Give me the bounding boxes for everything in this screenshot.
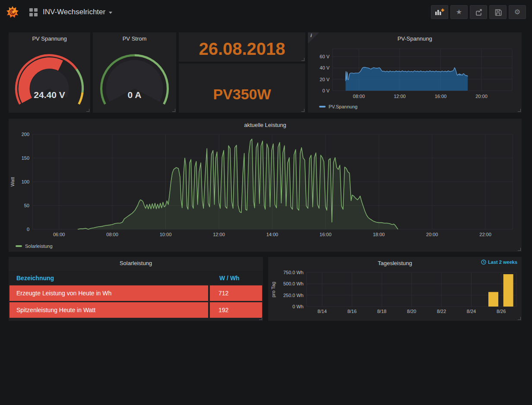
table-row: Erzeugte Leistung von Heute in Wh 712 (9, 285, 263, 301)
save-icon (494, 8, 502, 16)
svg-text:12:00: 12:00 (213, 232, 225, 237)
panel-resize-handle[interactable] (301, 109, 304, 112)
panel-resize-handle[interactable] (518, 248, 521, 251)
panel-pv-strom-gauge: PV Strom 0 A (93, 32, 176, 113)
svg-text:500.0 Wh: 500.0 Wh (283, 281, 304, 286)
svg-text:12:00: 12:00 (394, 94, 406, 99)
svg-text:16:00: 16:00 (435, 94, 447, 99)
add-panel-button[interactable] (431, 5, 448, 19)
grafana-logo[interactable] (6, 6, 19, 19)
add-panel-icon (435, 8, 444, 16)
svg-text:22:00: 22:00 (479, 232, 491, 237)
svg-text:20 V: 20 V (320, 77, 329, 82)
svg-text:60 V: 60 V (320, 54, 329, 59)
svg-text:0 V: 0 V (322, 88, 329, 93)
dashboard-title-dropdown[interactable]: INV-Wechselrichter (43, 8, 112, 16)
dashboards-icon[interactable] (29, 8, 38, 16)
svg-text:0: 0 (27, 227, 29, 232)
svg-text:8/18: 8/18 (377, 309, 386, 314)
svg-text:14:00: 14:00 (266, 232, 279, 237)
panel-resize-handle[interactable] (518, 317, 521, 320)
panel-tagesleistung-graph: Tagesleistung Last 2 weeks 0 Wh250.0 Wh5… (268, 257, 522, 321)
svg-text:8/24: 8/24 (467, 309, 476, 314)
svg-text:200: 200 (22, 132, 29, 137)
panel-title[interactable]: Solarleistung (9, 257, 263, 270)
svg-text:10:00: 10:00 (160, 232, 172, 237)
svg-text:18:00: 18:00 (373, 232, 385, 237)
svg-text:8/20: 8/20 (407, 309, 416, 314)
panel-resize-handle[interactable] (301, 58, 304, 61)
star-icon: ★ (456, 9, 462, 16)
panel-date-text: 26.08.2018 (179, 32, 305, 62)
navbar-actions: ★ ⚙ (429, 5, 526, 19)
save-button[interactable] (489, 5, 507, 19)
navbar: INV-Wechselrichter ★ (0, 0, 532, 24)
dashboard-title: INV-Wechselrichter (43, 8, 105, 16)
legend-swatch (16, 245, 22, 247)
panel-resize-handle[interactable] (86, 109, 89, 112)
pv-spannung-chart[interactable]: 0 V20 V40 V60 V08:0012:0016:0020:00 (308, 44, 522, 101)
svg-text:08:00: 08:00 (106, 232, 118, 237)
panel-resize-handle[interactable] (259, 317, 262, 320)
legend-swatch (319, 106, 326, 108)
panel-pv-spannung-graph: i PV-Spannung 0 V20 V40 V60 V08:0012:001… (308, 32, 522, 113)
svg-text:0 Wh: 0 Wh (292, 304, 304, 309)
star-button[interactable]: ★ (450, 5, 468, 19)
time-range-label: Last 2 weeks (488, 259, 517, 265)
table-cell-label: Erzeugte Leistung von Heute in Wh (10, 285, 208, 301)
gear-icon: ⚙ (514, 9, 520, 16)
date-text: 26.08.2018 (179, 32, 305, 59)
svg-text:40 V: 40 V (320, 65, 329, 70)
svg-text:0 A: 0 A (128, 90, 142, 100)
share-icon (474, 8, 483, 16)
column-header-bezeichnung[interactable]: Bezeichnung (16, 272, 54, 284)
svg-text:50: 50 (24, 203, 29, 208)
svg-text:06:00: 06:00 (53, 232, 65, 237)
svg-text:08:00: 08:00 (353, 94, 365, 99)
legend-item-solarleistung[interactable]: Solarleistung (16, 244, 53, 249)
svg-text:8/14: 8/14 (317, 309, 326, 314)
panel-solarleistung-table: Solarleistung Bezeichnung W / Wh Erzeugt… (9, 257, 263, 321)
model-text: PV350W (179, 63, 305, 103)
chevron-down-icon (109, 12, 112, 14)
panel-model-text: PV350W (179, 63, 305, 113)
svg-text:16:00: 16:00 (320, 232, 332, 237)
table-cell-label: Spitzenleistung Heute in Watt (10, 302, 208, 318)
panel-resize-handle[interactable] (172, 109, 175, 112)
table-cell-value: 712 (210, 285, 262, 301)
svg-text:8/22: 8/22 (437, 309, 446, 314)
panel-aktuelle-leistung-graph: aktuelle Leistung 05010015020006:0008:00… (9, 119, 522, 252)
svg-text:8/26: 8/26 (497, 309, 506, 314)
svg-text:24.40 V: 24.40 V (34, 90, 65, 100)
column-header-w-wh[interactable]: W / Wh (219, 272, 240, 284)
time-range-picker[interactable]: Last 2 weeks (481, 259, 517, 265)
table-header-row: Bezeichnung W / Wh (9, 272, 263, 284)
svg-text:250.0 Wh: 250.0 Wh (283, 293, 304, 298)
legend-item-pv-spannung[interactable]: PV.Spannung (319, 104, 358, 109)
settings-button[interactable]: ⚙ (509, 5, 526, 19)
svg-text:20:00: 20:00 (426, 232, 438, 237)
table-cell-value: 192 (210, 302, 262, 318)
svg-text:20:00: 20:00 (475, 94, 488, 99)
legend-label: PV.Spannung (329, 104, 358, 109)
pv-spannung-gauge[interactable]: 24.40 V (9, 32, 90, 113)
svg-text:pro Tag: pro Tag (271, 282, 276, 297)
table-row: Spitzenleistung Heute in Watt 192 (9, 302, 263, 318)
svg-text:100: 100 (22, 179, 29, 184)
pv-strom-gauge[interactable]: 0 A (93, 32, 176, 113)
panel-pv-spannung-gauge: PV Spannung 24.40 V (9, 32, 90, 113)
clock-icon (481, 259, 486, 265)
share-button[interactable] (470, 5, 487, 19)
tagesleistung-chart[interactable]: 0 Wh250.0 Wh500.0 Wh750.0 Wh8/148/168/18… (268, 267, 522, 318)
svg-text:8/16: 8/16 (347, 309, 356, 314)
svg-text:150: 150 (22, 155, 29, 161)
legend-label: Solarleistung (25, 244, 53, 249)
svg-text:Watt: Watt (10, 177, 15, 187)
svg-text:750.0 Wh: 750.0 Wh (283, 270, 304, 275)
panel-title[interactable]: PV-Spannung (308, 32, 522, 44)
panel-title[interactable]: aktuelle Leistung (9, 119, 522, 130)
aktuelle-leistung-chart[interactable]: 05010015020006:0008:0010:0012:0014:0016:… (9, 130, 522, 241)
grafana-dashboard: INV-Wechselrichter ★ (0, 0, 532, 405)
panel-resize-handle[interactable] (518, 109, 521, 112)
